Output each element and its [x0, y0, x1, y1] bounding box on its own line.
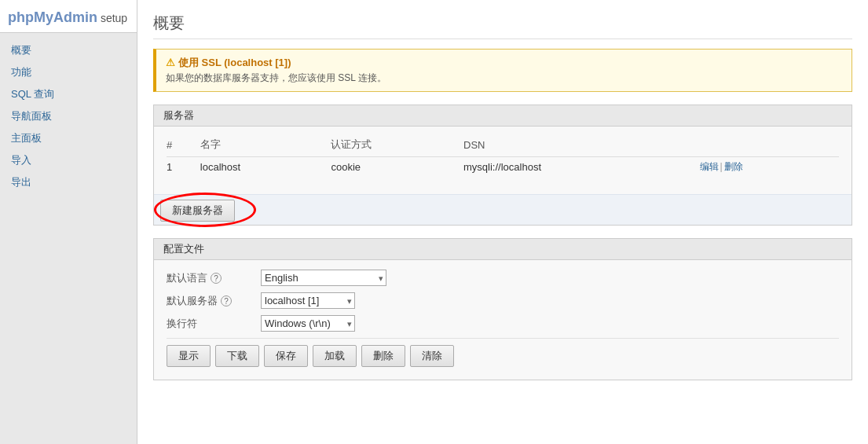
config-panel-legend: 配置文件 [154, 239, 852, 260]
help-icon-server[interactable]: ? [221, 295, 232, 306]
table-row: 1 localhost cookie mysqli://localhost 编辑… [167, 157, 839, 178]
language-select-wrapper: English 中文 日本語 Français [261, 270, 386, 286]
server-name: localhost [200, 157, 331, 178]
load-button[interactable]: 加载 [313, 345, 357, 367]
server-dsn: mysqli://localhost [463, 157, 700, 178]
sidebar-item-export[interactable]: 导出 [0, 171, 137, 193]
delete-server-link[interactable]: 删除 [724, 161, 743, 172]
delete-button[interactable]: 删除 [361, 345, 405, 367]
config-label-server: 默认服务器 ? [167, 294, 261, 308]
default-server-select[interactable]: localhost [1] [261, 292, 355, 309]
config-label-language: 默认语言 ? [167, 271, 261, 285]
lineending-select[interactable]: Windows (\r\n) Unix (\n) [261, 315, 355, 332]
lineending-select-wrapper: Windows (\r\n) Unix (\n) [261, 315, 355, 332]
ssl-alert: ⚠使用 SSL (localhost [1]) 如果您的数据库服务器支持，您应该… [153, 49, 852, 92]
servers-panel-body: # 名字 认证方式 DSN 1 localhost cookie mysqli:… [154, 127, 852, 186]
sidebar-item-overview[interactable]: 概要 [0, 39, 137, 61]
servers-panel-legend: 服务器 [154, 105, 852, 127]
col-name: 名字 [200, 136, 331, 157]
server-select-wrapper: localhost [1] [261, 292, 355, 309]
action-buttons: 显示 下载 保存 加载 删除 清除 [167, 338, 839, 370]
server-num: 1 [167, 157, 200, 178]
sidebar-item-import[interactable]: 导入 [0, 149, 137, 171]
config-row-server: 默认服务器 ? localhost [1] [167, 292, 839, 309]
save-button[interactable]: 保存 [264, 345, 308, 367]
new-server-area: 新建服务器 [154, 194, 852, 225]
alert-title: ⚠使用 SSL (localhost [1]) [166, 56, 842, 70]
col-num: # [167, 136, 200, 157]
new-server-button[interactable]: 新建服务器 [160, 200, 235, 222]
download-button[interactable]: 下载 [215, 345, 259, 367]
sidebar-item-navigation[interactable]: 导航面板 [0, 105, 137, 127]
app-header: phpMyAdmin setup [0, 0, 137, 33]
app-name-setup: setup [97, 12, 127, 24]
page-title: 概要 [153, 13, 852, 39]
main-content: 概要 ⚠使用 SSL (localhost [1]) 如果您的数据库服务器支持，… [137, 0, 868, 444]
alert-body: 如果您的数据库服务器支持，您应该使用 SSL 连接。 [166, 72, 842, 85]
show-button[interactable]: 显示 [167, 345, 211, 367]
sidebar: phpMyAdmin setup 概要 功能 SQL 查询 导航面板 主面板 导… [0, 0, 137, 444]
server-actions: 编辑|删除 [700, 157, 839, 178]
servers-table: # 名字 认证方式 DSN 1 localhost cookie mysqli:… [167, 136, 839, 177]
sidebar-item-sql-query[interactable]: SQL 查询 [0, 83, 137, 105]
app-name-php: phpMyAdmin [8, 9, 97, 25]
sidebar-nav: 概要 功能 SQL 查询 导航面板 主面板 导入 导出 [0, 33, 137, 200]
config-panel: 配置文件 默认语言 ? English 中文 日本語 Français [153, 238, 852, 380]
config-label-lineending: 换行符 [167, 317, 261, 331]
config-panel-body: 默认语言 ? English 中文 日本語 Français 默认服务器 ? [154, 260, 852, 380]
sidebar-item-main-panel[interactable]: 主面板 [0, 127, 137, 149]
clear-button[interactable]: 清除 [410, 345, 454, 367]
separator: | [720, 161, 723, 172]
help-icon-language[interactable]: ? [211, 273, 222, 284]
language-select[interactable]: English 中文 日本語 Français [261, 270, 386, 286]
sidebar-item-features[interactable]: 功能 [0, 61, 137, 83]
col-auth: 认证方式 [331, 136, 463, 157]
edit-server-link[interactable]: 编辑 [700, 161, 719, 172]
config-row-lineending: 换行符 Windows (\r\n) Unix (\n) [167, 315, 839, 332]
col-dsn: DSN [463, 136, 700, 157]
warning-icon: ⚠ [166, 57, 175, 68]
col-actions [700, 136, 839, 157]
config-row-language: 默认语言 ? English 中文 日本語 Français [167, 270, 839, 286]
server-auth: cookie [331, 157, 463, 178]
servers-panel: 服务器 # 名字 认证方式 DSN 1 localhost c [153, 105, 852, 226]
